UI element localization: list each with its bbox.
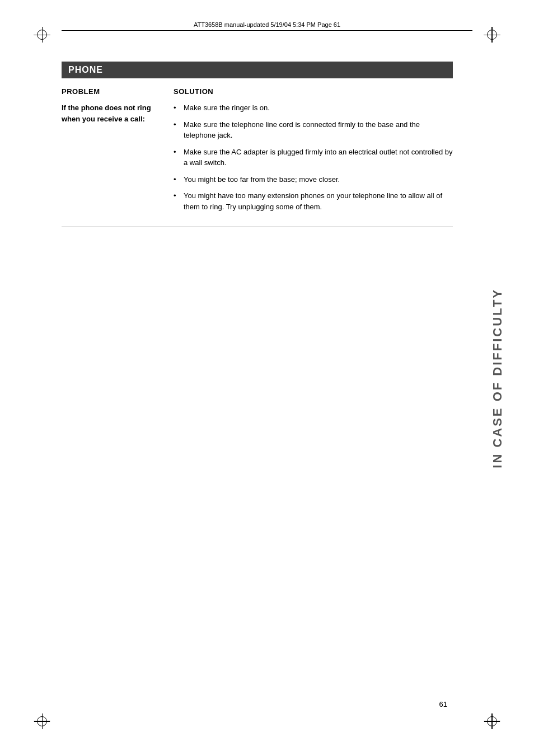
solution-item-5: • You might have too many extension phon… xyxy=(174,190,453,212)
column-content: If the phone does not ring when you rece… xyxy=(62,102,453,218)
bullet-2: • xyxy=(174,119,181,130)
solution-item-3: • Make sure the AC adapter is plugged fi… xyxy=(174,147,453,168)
problem-text: If the phone does not ring when you rece… xyxy=(62,102,165,124)
page-container: ATT3658B manual-updated 5/19/04 5:34 PM … xyxy=(0,0,534,756)
solution-item-1: • Make sure the ringer is on. xyxy=(174,102,453,114)
bullet-5: • xyxy=(174,190,181,201)
sidebar-text-container: IN CASE OF DIFFICULTY xyxy=(461,0,534,756)
header-info: ATT3658B manual-updated 5/19/04 5:34 PM … xyxy=(62,21,472,31)
solution-text-4: You might be too far from the base; move… xyxy=(184,174,453,185)
bullet-1: • xyxy=(174,102,181,114)
manual-info-text: ATT3658B manual-updated 5/19/04 5:34 PM … xyxy=(194,21,340,28)
registration-mark-bl xyxy=(37,716,47,726)
solution-text-2: Make sure the telephone line cord is con… xyxy=(184,119,453,141)
content-table: PROBLEM SOLUTION If the phone does not r… xyxy=(62,87,453,227)
solution-column: • Make sure the ringer is on. • Make sur… xyxy=(174,102,453,218)
sidebar-rotated-text: IN CASE OF DIFFICULTY xyxy=(490,288,505,468)
bullet-4: • xyxy=(174,174,181,185)
registration-mark-tl xyxy=(37,30,47,40)
section-title: PHONE xyxy=(62,62,453,78)
page-number: 61 xyxy=(439,700,447,708)
bullet-3: • xyxy=(174,147,181,158)
solution-text-1: Make sure the ringer is on. xyxy=(184,102,453,114)
problem-column-header: PROBLEM xyxy=(62,87,174,96)
sidebar-in-case: IN CASE OF DIFFICULTY xyxy=(490,288,504,468)
main-content: PHONE PROBLEM SOLUTION If the phone does… xyxy=(62,62,453,694)
column-headers: PROBLEM SOLUTION xyxy=(62,87,453,96)
solution-text-3: Make sure the AC adapter is plugged firm… xyxy=(184,147,453,168)
solution-text-5: You might have too many extension phones… xyxy=(184,190,453,212)
solution-item-4: • You might be too far from the base; mo… xyxy=(174,174,453,185)
solution-item-2: • Make sure the telephone line cord is c… xyxy=(174,119,453,141)
problem-column: If the phone does not ring when you rece… xyxy=(62,102,174,218)
solution-column-header: SOLUTION xyxy=(174,87,453,96)
